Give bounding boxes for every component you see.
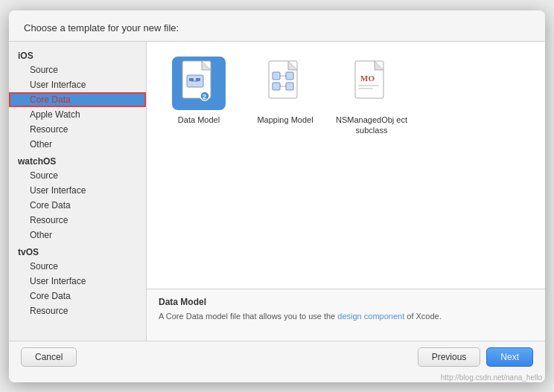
- svg-rect-8: [273, 72, 280, 80]
- sidebar-section-ios: iOS: [9, 46, 146, 62]
- sidebar-item-ios-core-data[interactable]: Core Data: [9, 92, 146, 107]
- template-item-data-model[interactable]: 2 Data Model: [162, 57, 236, 136]
- svg-rect-3: [196, 78, 200, 81]
- svg-text:MO: MO: [360, 74, 375, 83]
- template-icon-nsmanagedobject-subclass: MO: [345, 57, 398, 110]
- dialog-footer: Cancel Previous Next: [9, 341, 545, 373]
- dialog-header: Choose a template for your new file:: [9, 10, 545, 41]
- sidebar-item-tvos-source[interactable]: Source: [9, 259, 146, 274]
- sidebar-item-tvos-core-data[interactable]: Core Data: [9, 289, 146, 303]
- header-text: Choose a template for your new file:: [24, 22, 179, 33]
- new-file-dialog: Choose a template for your new file: iOS…: [9, 10, 545, 382]
- svg-rect-9: [286, 72, 293, 80]
- template-grid: 2 Data Model Mapping Model MO NSManagedO…: [147, 42, 545, 289]
- sidebar-item-watchos-source[interactable]: Source: [9, 168, 146, 183]
- template-label-mapping-model: Mapping Model: [257, 115, 313, 125]
- svg-text:2: 2: [203, 93, 206, 100]
- dialog-body: iOSSourceUser InterfaceCore DataApple Wa…: [9, 41, 545, 341]
- next-button[interactable]: Next: [486, 347, 533, 367]
- description-text: A Core Data model file that allows you t…: [159, 310, 533, 323]
- sidebar: iOSSourceUser InterfaceCore DataApple Wa…: [9, 42, 147, 341]
- template-icon-data-model: 2: [172, 57, 226, 110]
- sidebar-item-watchos-resource[interactable]: Resource: [9, 213, 146, 228]
- template-label-nsmanagedobject-subclass: NSManagedObj ect subclass: [334, 115, 409, 136]
- sidebar-item-ios-other[interactable]: Other: [9, 137, 146, 152]
- watermark: http://blog.csdn.net/nana_hello: [9, 373, 545, 382]
- sidebar-item-ios-resource[interactable]: Resource: [9, 122, 146, 137]
- previous-button[interactable]: Previous: [418, 347, 481, 367]
- svg-rect-17: [358, 88, 373, 89]
- cancel-button[interactable]: Cancel: [21, 347, 77, 367]
- content-area: 2 Data Model Mapping Model MO NSManagedO…: [147, 42, 545, 341]
- description-title: Data Model: [159, 297, 533, 307]
- template-icon-mapping-model: [258, 57, 312, 110]
- svg-rect-12: [286, 83, 293, 90]
- sidebar-item-watchos-user-interface[interactable]: User Interface: [9, 183, 146, 198]
- sidebar-item-ios-user-interface[interactable]: User Interface: [9, 77, 146, 92]
- sidebar-item-tvos-user-interface[interactable]: User Interface: [9, 274, 146, 289]
- template-label-data-model: Data Model: [178, 115, 220, 125]
- svg-rect-11: [273, 83, 280, 90]
- template-item-mapping-model[interactable]: Mapping Model: [248, 57, 322, 136]
- footer-right: Previous Next: [418, 347, 533, 367]
- sidebar-item-watchos-core-data[interactable]: Core Data: [9, 198, 146, 213]
- sidebar-item-tvos-resource[interactable]: Resource: [9, 303, 146, 318]
- template-item-nsmanagedobject-subclass[interactable]: MO NSManagedObj ect subclass: [334, 57, 409, 136]
- sidebar-section-watchos: watchOS: [9, 152, 146, 168]
- sidebar-item-ios-source[interactable]: Source: [9, 62, 146, 77]
- sidebar-section-tvos: tvOS: [9, 242, 146, 259]
- svg-rect-2: [189, 78, 194, 81]
- svg-rect-16: [358, 85, 379, 86]
- description-area: Data Model A Core Data model file that a…: [147, 289, 545, 341]
- sidebar-item-watchos-other[interactable]: Other: [9, 228, 146, 242]
- sidebar-item-ios-apple-watch[interactable]: Apple Watch: [9, 107, 146, 122]
- highlight-text: design component: [337, 312, 404, 321]
